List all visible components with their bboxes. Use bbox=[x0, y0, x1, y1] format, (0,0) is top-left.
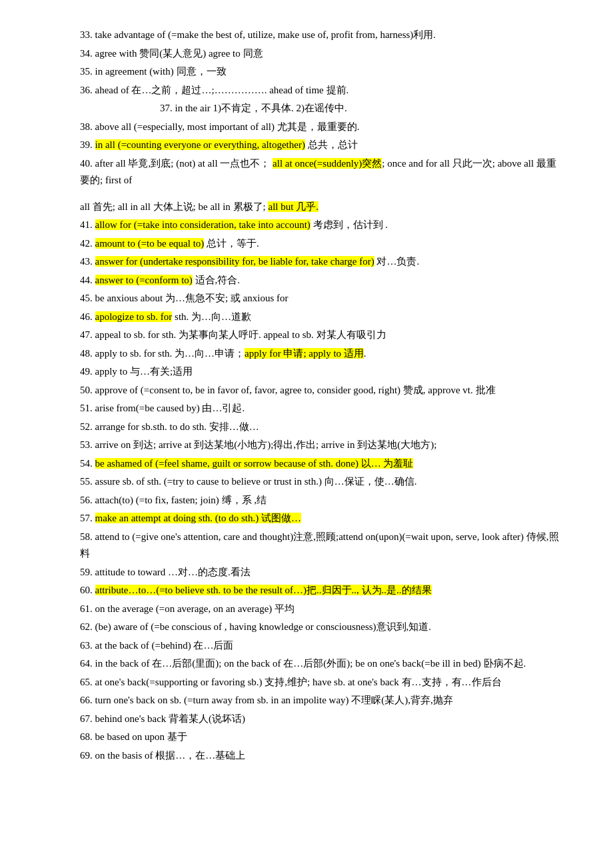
entry-60: 60. attribute…to…(=to believe sth. to be… bbox=[80, 582, 560, 599]
entry-39-text: 总共，总计 bbox=[305, 139, 358, 150]
entry-57-number: 57. bbox=[80, 513, 95, 523]
entry-66: 66. turn one's back on sb. (=turn away f… bbox=[80, 692, 560, 709]
entry-67: 67. behind one's back 背着某人(说坏话) bbox=[80, 711, 560, 728]
entry-62: 62. (be) aware of (=be conscious of , ha… bbox=[80, 619, 560, 636]
entry-61-text: 61. on the average (=on average, on an a… bbox=[80, 603, 295, 614]
entry-64: 64. in the back of 在…后部(里面); on the back… bbox=[80, 655, 560, 673]
entry-38-text: 38. above all (=especially, most importa… bbox=[80, 121, 360, 132]
entry-52-text: 52. arrange for sb.sth. to do sth. 安排…做… bbox=[80, 421, 259, 432]
entry-48-highlight: apply for 申请; apply to 适用 bbox=[245, 348, 364, 359]
entry-33-text: 33. take advantage of (=make the best of… bbox=[80, 29, 436, 40]
entry-57: 57. make an attempt at doing sth. (to do… bbox=[80, 510, 560, 527]
entry-all-text-before: all 首先; all in all 大体上说; be all in 累极了; bbox=[80, 201, 268, 212]
entry-33: 33. take advantage of (=make the best of… bbox=[80, 27, 560, 44]
entry-42-number: 42. bbox=[80, 238, 95, 249]
entry-54-highlight: be ashamed of (=feel shame, guilt or sor… bbox=[95, 458, 414, 469]
entry-40-text-before: 40. after all 毕竟,到底; (not) at all 一点也不； bbox=[80, 158, 273, 169]
entry-56-text: 56. attach(to) (=to fix, fasten; join) 缚… bbox=[80, 495, 267, 505]
entry-51: 51. arise from(=be caused by) 由…引起. bbox=[80, 400, 560, 417]
entry-48-text-before: 48. apply to sb. for sth. 为…向…申请； bbox=[80, 348, 245, 359]
entry-46-number: 46. bbox=[80, 311, 95, 322]
entry-51-text: 51. arise from(=be caused by) 由…引起. bbox=[80, 403, 245, 413]
entry-49-text: 49. apply to 与…有关;适用 bbox=[80, 366, 193, 377]
entry-48-text-after: . bbox=[364, 348, 366, 359]
entry-68: 68. be based on upon 基于 bbox=[80, 729, 560, 746]
main-content: 33. take advantage of (=make the best of… bbox=[80, 27, 560, 764]
entry-43: 43. answer for (undertake responsibility… bbox=[80, 253, 560, 271]
entry-49: 49. apply to 与…有关;适用 bbox=[80, 363, 560, 381]
entry-48: 48. apply to sb. for sth. 为…向…申请；apply f… bbox=[80, 345, 560, 363]
entry-66-text: 66. turn one's back on sb. (=turn away f… bbox=[80, 695, 453, 705]
entry-69-text: 69. on the basis of 根据…，在…基础上 bbox=[80, 750, 245, 761]
entry-65: 65. at one's back(=supporting or favorin… bbox=[80, 674, 560, 691]
entry-46-highlight: apologize to sb. for bbox=[95, 311, 173, 322]
entry-60-highlight: attribute…to…(=to believe sth. to be the… bbox=[95, 585, 432, 595]
entry-58: 58. attend to (=give one's attention, ca… bbox=[80, 529, 560, 563]
entry-57-highlight: make an attempt at doing sth. (to do sth… bbox=[95, 513, 302, 523]
entry-35-text: 35. in agreement (with) 同意，一致 bbox=[80, 66, 227, 77]
entry-36-text: 36. ahead of 在…之前，超过…;……………. ahead of ti… bbox=[80, 85, 348, 95]
entry-50-text: 50. approve of (=consent to, be in favor… bbox=[80, 385, 496, 395]
entry-34-text: 34. agree with 赞同(某人意见) agree to 同意 bbox=[80, 48, 263, 59]
entry-39-highlight: in all (=counting everyone or everything… bbox=[95, 139, 305, 150]
entry-59-text: 59. attitude to toward …对…的态度.看法 bbox=[80, 567, 251, 577]
entry-61: 61. on the average (=on average, on an a… bbox=[80, 601, 560, 618]
entry-55-text: 55. assure sb. of sth. (=try to cause to… bbox=[80, 476, 416, 487]
blank-line-1 bbox=[80, 191, 560, 199]
entry-50: 50. approve of (=consent to, be in favor… bbox=[80, 382, 560, 399]
entry-all: all 首先; all in all 大体上说; be all in 累极了; … bbox=[80, 199, 560, 216]
entry-38: 38. above all (=especially, most importa… bbox=[80, 119, 560, 136]
entry-44-number: 44. bbox=[80, 275, 95, 285]
entry-40-highlight: all at once(=suddenly)突然 bbox=[273, 158, 382, 169]
entry-67-text: 67. behind one's back 背着某人(说坏话) bbox=[80, 713, 245, 724]
entry-62-text: 62. (be) aware of (=be conscious of , ha… bbox=[80, 621, 431, 632]
entry-40: 40. after all 毕竟,到底; (not) at all 一点也不； … bbox=[80, 155, 560, 189]
entry-68-text: 68. be based on upon 基于 bbox=[80, 731, 187, 742]
entry-53-text: 53. arrive on 到达; arrive at 到达某地(小地方);得出… bbox=[80, 439, 436, 450]
entry-41-highlight: allow for (=take into consideration, tak… bbox=[95, 219, 310, 230]
entry-42: 42. amount to (=to be equal to) 总计，等于. bbox=[80, 235, 560, 253]
entry-44: 44. answer to (=conform to) 适合,符合. bbox=[80, 272, 560, 289]
entry-35: 35. in agreement (with) 同意，一致 bbox=[80, 63, 560, 81]
entry-45: 45. be anxious about 为…焦急不安; 或 anxious f… bbox=[80, 290, 560, 307]
entry-39: 39. in all (=counting everyone or everyt… bbox=[80, 137, 560, 154]
entry-34: 34. agree with 赞同(某人意见) agree to 同意 bbox=[80, 45, 560, 63]
entry-44-text: 适合,符合. bbox=[193, 275, 240, 285]
entry-all-highlight: all but 几乎. bbox=[268, 201, 318, 212]
entry-41-text: 考虑到，估计到 . bbox=[310, 219, 388, 230]
entry-56: 56. attach(to) (=to fix, fasten; join) 缚… bbox=[80, 492, 560, 509]
entry-64-text: 64. in the back of 在…后部(里面); on the back… bbox=[80, 658, 526, 669]
entry-39-number: 39. bbox=[80, 139, 95, 150]
entry-53: 53. arrive on 到达; arrive at 到达某地(小地方);得出… bbox=[80, 437, 560, 454]
entry-47-text: 47. appeal to sb. for sth. 为某事向某人呼吁. app… bbox=[80, 329, 386, 340]
entry-44-highlight: answer to (=conform to) bbox=[95, 275, 193, 285]
entry-41-number: 41. bbox=[80, 219, 95, 230]
entry-47: 47. appeal to sb. for sth. 为某事向某人呼吁. app… bbox=[80, 327, 560, 344]
entry-54-number: 54. bbox=[80, 458, 95, 469]
entry-46: 46. apologize to sb. for sth. 为…向…道歉 bbox=[80, 309, 560, 326]
entry-43-number: 43. bbox=[80, 256, 95, 267]
entry-41: 41. allow for (=take into consideration,… bbox=[80, 217, 560, 234]
entry-52: 52. arrange for sb.sth. to do sth. 安排…做… bbox=[80, 419, 560, 436]
entry-36: 36. ahead of 在…之前，超过…;……………. ahead of ti… bbox=[80, 82, 560, 99]
entry-58-text: 58. attend to (=give one's attention, ca… bbox=[80, 531, 559, 559]
entry-60-number: 60. bbox=[80, 585, 95, 595]
entry-42-highlight: amount to (=to be equal to) bbox=[95, 238, 205, 249]
entry-37: 37. in the air 1)不肯定，不具体. 2)在谣传中. bbox=[160, 100, 560, 117]
entry-37-text: 37. in the air 1)不肯定，不具体. 2)在谣传中. bbox=[160, 103, 347, 113]
entry-54: 54. be ashamed of (=feel shame, guilt or… bbox=[80, 455, 560, 473]
entry-42-text: 总计，等于. bbox=[204, 238, 259, 249]
entry-65-text: 65. at one's back(=supporting or favorin… bbox=[80, 677, 502, 687]
entry-63: 63. at the back of (=behind) 在…后面 bbox=[80, 637, 560, 655]
entry-59: 59. attitude to toward …对…的态度.看法 bbox=[80, 564, 560, 581]
entry-69: 69. on the basis of 根据…，在…基础上 bbox=[80, 747, 560, 765]
entry-45-text: 45. be anxious about 为…焦急不安; 或 anxious f… bbox=[80, 293, 288, 303]
entry-63-text: 63. at the back of (=behind) 在…后面 bbox=[80, 640, 234, 651]
entry-55: 55. assure sb. of sth. (=try to cause to… bbox=[80, 473, 560, 491]
entry-43-highlight: answer for (undertake responsibility for… bbox=[95, 256, 374, 267]
entry-43-text: 对…负责. bbox=[374, 256, 420, 267]
entry-46-text: sth. 为…向…道歉 bbox=[172, 311, 251, 322]
